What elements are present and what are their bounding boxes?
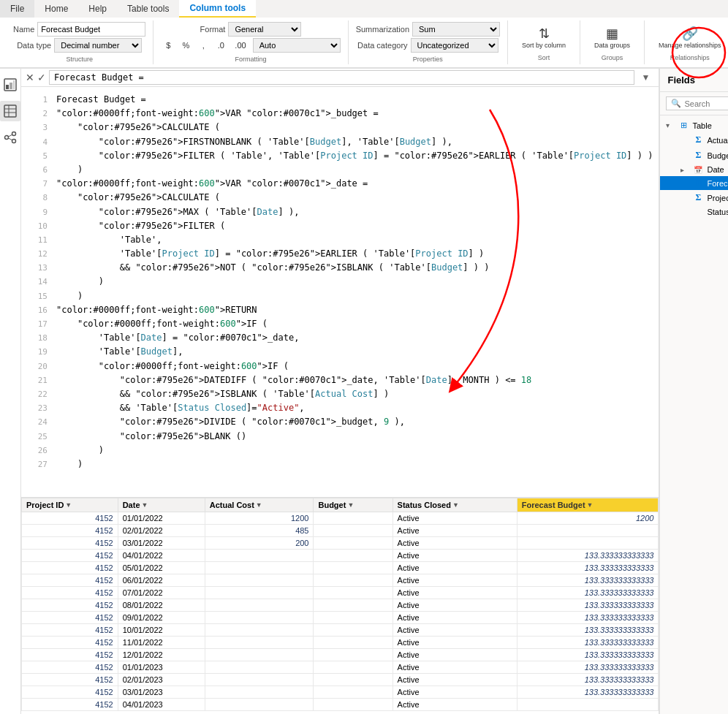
tree-item-budget[interactable]: ΣBudget <box>660 148 728 163</box>
format-select[interactable]: General <box>228 22 301 37</box>
tab-file[interactable]: File <box>0 0 34 18</box>
cell-actual_cost <box>205 674 314 686</box>
cell-date: 03/01/2023 <box>118 686 205 699</box>
cell-status_closed: Active <box>393 599 517 612</box>
cancel-formula-btn[interactable]: ✕ <box>26 72 34 83</box>
cell-date: 12/01/2022 <box>118 649 205 661</box>
cell-date: 01/01/2023 <box>118 661 205 674</box>
datatype-label: Data type <box>17 41 51 50</box>
line-number: 10 <box>27 219 48 233</box>
tree-item-forecast_budget[interactable]: ⊞Forecast Budget <box>660 176 728 190</box>
dollar-btn[interactable]: $ <box>161 39 175 51</box>
percent-btn[interactable]: % <box>178 39 193 51</box>
datatype-select[interactable]: Decimal number <box>54 38 142 53</box>
summarization-select[interactable]: Sum <box>412 22 500 37</box>
cell-actual_cost <box>205 637 314 649</box>
tree-item-table[interactable]: ▾⊞Table <box>660 118 728 132</box>
line-content: 'Table'[Budget], <box>56 345 653 359</box>
sort-group-wrap: ⇅ Sort by column Sort <box>515 23 572 61</box>
collapse-editor-btn[interactable]: ▼ <box>637 71 655 84</box>
manage-relationships-btn[interactable]: 🔗 Manage relationships <box>652 23 728 53</box>
filter-btn-budget[interactable]: ▼ <box>347 501 354 509</box>
cell-date: 05/01/2022 <box>118 562 205 574</box>
tab-table-tools[interactable]: Table tools <box>117 0 179 18</box>
filter-btn-status_closed[interactable]: ▼ <box>452 501 459 509</box>
datacategory-select[interactable]: Uncategorized <box>411 38 498 53</box>
cell-actual_cost <box>205 550 314 562</box>
relationships-group-label: Relationships <box>652 54 728 61</box>
cell-status_closed: Active <box>393 661 517 674</box>
tree-item-label-budget: Budget <box>707 151 728 160</box>
ribbon-content: Name Data type Decimal number Structure … <box>0 18 728 68</box>
report-view-icon[interactable] <box>0 75 20 95</box>
filter-btn-forecast_budget[interactable]: ▼ <box>587 501 594 509</box>
formula-content[interactable]: Forecast Budget = <box>49 70 634 85</box>
dec-dec-btn[interactable]: .00 <box>231 39 249 51</box>
line-content: && 'Table'[Status Closed]="Active", <box>56 401 653 415</box>
svg-line-12 <box>9 138 13 140</box>
expand-icon: ▾ <box>666 121 675 129</box>
confirm-formula-btn[interactable]: ✓ <box>37 72 46 83</box>
model-view-icon[interactable] <box>0 127 20 148</box>
auto-select[interactable]: Auto <box>253 38 341 53</box>
name-input[interactable] <box>37 22 145 37</box>
tree-item-project_id[interactable]: ΣProject ID <box>660 190 728 205</box>
line-number: 1 <box>27 93 48 107</box>
code-editor[interactable]: 1Forecast Budget =2"color:#0000ff;font-w… <box>21 87 659 498</box>
line-number: 15 <box>27 289 48 303</box>
cell-date: 02/01/2022 <box>118 525 205 537</box>
sort-icon: ⇅ <box>539 27 550 40</box>
table-icon: ⊞ <box>678 121 689 130</box>
line-content: && "color:#795e26">NOT ( "color:#795e26"… <box>56 261 653 275</box>
cell-status_closed: Active <box>393 637 517 649</box>
dec-inc-btn[interactable]: .0 <box>213 39 228 51</box>
left-sidebar <box>0 69 21 714</box>
line-content: "color:#795e26">BLANK () <box>56 430 653 444</box>
cell-actual_cost: 1200 <box>205 512 314 525</box>
cell-budget <box>314 637 393 649</box>
cell-status_closed: Active <box>393 550 517 562</box>
tab-home[interactable]: Home <box>34 0 78 18</box>
summarization-field: Summarization Sum <box>356 22 500 37</box>
code-line: 22 && "color:#795e26">ISBLANK ( 'Table'[… <box>21 387 659 401</box>
fields-search: 🔍 <box>660 92 728 115</box>
filter-btn-project_id[interactable]: ▼ <box>65 501 72 509</box>
name-field: Name <box>13 22 145 37</box>
line-number: 2 <box>27 107 48 121</box>
cell-actual_cost <box>205 612 314 624</box>
line-number: 4 <box>27 135 48 149</box>
tree-item-actual_cost[interactable]: ΣActual Cost <box>660 132 728 148</box>
sum-icon: Σ <box>692 134 704 145</box>
filter-btn-actual_cost[interactable]: ▼ <box>256 501 262 509</box>
sum-icon: Σ <box>692 150 704 161</box>
table-view-icon[interactable] <box>0 101 20 121</box>
code-line: 8 "color:#795e26">CALCULATE ( <box>21 191 659 205</box>
line-number: 8 <box>27 191 48 205</box>
sort-by-column-btn[interactable]: ⇅ Sort by column <box>515 23 572 53</box>
tree-item-label-status_closed: Status Closed <box>707 208 728 216</box>
table-row: 415203/01/2022200Active <box>22 537 659 550</box>
sort-group-label: Sort <box>515 54 572 61</box>
fields-search-input[interactable] <box>684 99 728 108</box>
cell-status_closed: Active <box>393 674 517 686</box>
filter-btn-date[interactable]: ▼ <box>142 501 148 509</box>
cell-project_id: 4152 <box>22 512 118 525</box>
formatting-group-wrap: Format General $ % , .0 .00 Auto Formatt… <box>161 22 340 63</box>
cell-actual_cost <box>205 686 314 699</box>
tab-column-tools[interactable]: Column tools <box>179 0 256 18</box>
cell-actual_cost: 485 <box>205 525 314 537</box>
data-groups-btn[interactable]: ▦ Data groups <box>588 23 637 53</box>
cell-actual_cost: 200 <box>205 537 314 550</box>
table-row: 415201/01/2023Active133.333333333333 <box>22 661 659 674</box>
tree-item-date[interactable]: ▸📅Date <box>660 163 728 176</box>
tree-item-status_closed[interactable]: Status Closed <box>660 205 728 219</box>
cell-budget <box>314 624 393 637</box>
sum-icon: Σ <box>692 192 704 203</box>
cell-date: 03/01/2022 <box>118 537 205 550</box>
cell-status_closed: Active <box>393 537 517 550</box>
ribbon: File Home Help Table tools Column tools … <box>0 0 728 69</box>
format-label: Format <box>200 25 226 34</box>
tab-help[interactable]: Help <box>78 0 117 18</box>
comma-btn[interactable]: , <box>196 39 211 51</box>
cell-actual_cost <box>205 599 314 612</box>
